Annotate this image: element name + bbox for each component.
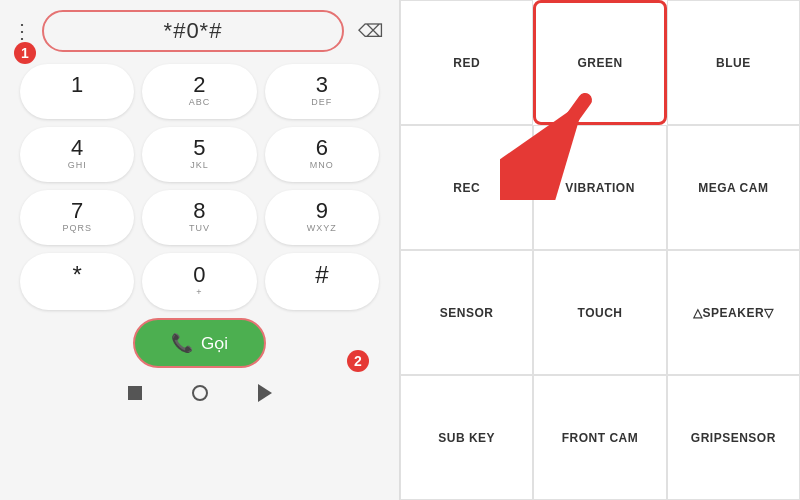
menu-cell-sensor[interactable]: SENSOR — [400, 250, 533, 375]
menu-cell-front-cam[interactable]: FRONT CAM — [533, 375, 666, 500]
key-9[interactable]: 9WXYZ — [265, 190, 379, 245]
key-hash[interactable]: # — [265, 253, 379, 310]
key-7[interactable]: 7PQRS — [20, 190, 134, 245]
key-8[interactable]: 8TUV — [142, 190, 256, 245]
menu-cell-blue[interactable]: BLUE — [667, 0, 800, 125]
key-0[interactable]: 0+ — [142, 253, 256, 310]
nav-circle-icon[interactable] — [192, 385, 208, 401]
menu-cell-touch[interactable]: TOUCH — [533, 250, 666, 375]
key-5[interactable]: 5JKL — [142, 127, 256, 182]
menu-cell-gripsensor[interactable]: GRIPSENSOR — [667, 375, 800, 500]
key-4[interactable]: 4GHI — [20, 127, 134, 182]
menu-cell-speaker[interactable]: △SPEAKER▽ — [667, 250, 800, 375]
keypad: 12ABC3DEF4GHI5JKL6MNO7PQRS8TUV9WXYZ*0+# — [0, 64, 399, 310]
nav-back-icon[interactable] — [258, 384, 272, 402]
menu-cell-red[interactable]: RED — [400, 0, 533, 125]
dial-input-wrapper: *#0*# — [42, 10, 344, 52]
test-menu-panel: REDGREENBLUERECVIBRATIONMEGA CAMSENSORTO… — [400, 0, 800, 500]
dial-input: *#0*# — [164, 18, 223, 43]
key-1[interactable]: 1 — [20, 64, 134, 119]
call-label: Gọi — [201, 333, 228, 354]
call-button[interactable]: 📞 Gọi — [133, 318, 266, 368]
step1-label: 1 — [14, 42, 36, 64]
top-bar: ⋮ *#0*# ⌫ — [0, 10, 399, 52]
menu-cell-rec[interactable]: REC — [400, 125, 533, 250]
menu-cell-mega-cam[interactable]: MEGA CAM — [667, 125, 800, 250]
call-row: 📞 Gọi 2 — [0, 318, 399, 368]
key-3[interactable]: 3DEF — [265, 64, 379, 119]
phone-icon: 📞 — [171, 332, 193, 354]
backspace-button[interactable]: ⌫ — [354, 16, 387, 46]
menu-cell-green[interactable]: GREEN — [533, 0, 666, 125]
menu-cell-vibration[interactable]: VIBRATION — [533, 125, 666, 250]
menu-cell-sub-key[interactable]: SUB KEY — [400, 375, 533, 500]
key-2[interactable]: 2ABC — [142, 64, 256, 119]
nav-square-icon[interactable] — [128, 386, 142, 400]
dialer-panel: ⋮ *#0*# ⌫ 1 12ABC3DEF4GHI5JKL6MNO7PQRS8T… — [0, 0, 400, 500]
step2-label: 2 — [347, 350, 369, 372]
key-star[interactable]: * — [20, 253, 134, 310]
key-6[interactable]: 6MNO — [265, 127, 379, 182]
menu-dots-icon[interactable]: ⋮ — [12, 19, 32, 43]
bottom-nav — [0, 378, 399, 408]
